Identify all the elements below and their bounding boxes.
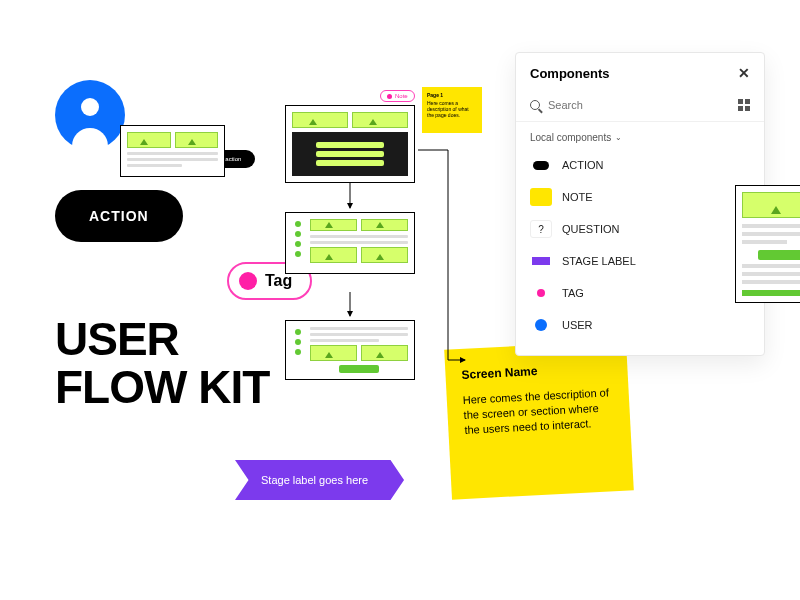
search-icon [530,100,540,110]
tag-icon [530,284,552,302]
action-pill: ACTION [55,190,183,242]
mini-note-body: Here comes a description of what the pag… [427,100,477,118]
action-icon [530,156,552,174]
component-item-label: USER [562,319,593,331]
component-item-action[interactable]: ACTION [526,149,754,181]
sticky-body: Here comes the description of the screen… [462,385,614,437]
close-icon[interactable]: ✕ [738,65,750,81]
stage-label-flag: Stage label goes here [235,460,404,500]
note-icon [530,188,552,206]
component-item-label: QUESTION [562,223,619,235]
mini-note: Page 1 Here comes a description of what … [422,87,482,133]
component-item-tag[interactable]: TAG [526,277,754,309]
panel-title: Components [530,66,609,81]
component-item-note[interactable]: NOTE [526,181,754,213]
panel-group-label: Local components [530,132,611,143]
wireframe-card [120,125,225,177]
tag-pill-label: Tag [265,272,292,290]
component-item-stage-label[interactable]: STAGE LABEL [526,245,754,277]
dot-icon [387,94,392,99]
component-item-question[interactable]: ? QUESTION [526,213,754,245]
stage-icon [530,252,552,270]
wireframe-card [285,320,415,380]
sticky-title: Screen Name [461,359,612,383]
question-icon: ? [530,220,552,238]
component-list: ACTION NOTE ? QUESTION STAGE LABEL TAG U… [516,149,764,355]
component-item-label: NOTE [562,191,593,203]
panel-group-header[interactable]: Local components ⌄ [516,122,764,149]
component-item-user[interactable]: USER [526,309,754,341]
tag-dot-icon [239,272,257,290]
search-input[interactable] [548,99,730,111]
note-chip: Note [380,90,415,102]
headline-line1: USER [55,315,269,363]
user-avatar-icon [55,80,125,150]
user-icon [530,316,552,334]
wireframe-card [735,185,800,303]
note-chip-label: Note [395,93,408,99]
wireframe-card [285,212,415,274]
sticky-note: Screen Name Here comes the description o… [444,340,634,499]
component-item-label: STAGE LABEL [562,255,636,267]
grid-view-icon[interactable] [738,99,750,111]
mini-note-title: Page 1 [427,92,477,98]
component-item-label: ACTION [562,159,604,171]
wireframe-card [285,105,415,183]
headline-line2: FLOW KIT [55,363,269,411]
headline: USER FLOW KIT [55,315,269,412]
component-item-label: TAG [562,287,584,299]
components-panel: Components ✕ Local components ⌄ ACTION N… [515,52,765,356]
chevron-down-icon: ⌄ [615,133,622,142]
